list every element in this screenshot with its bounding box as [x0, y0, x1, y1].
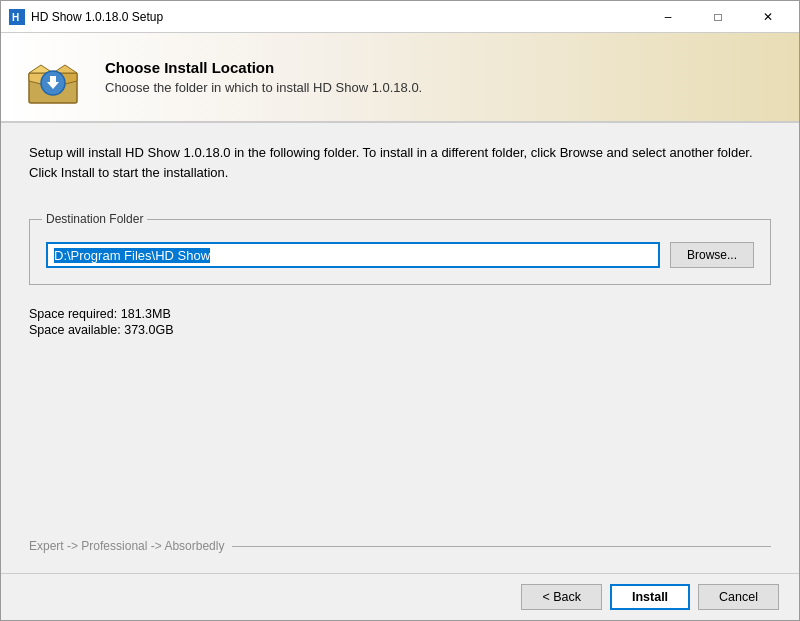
- space-available: Space available: 373.0GB: [29, 323, 771, 337]
- description-text: Setup will install HD Show 1.0.18.0 in t…: [29, 143, 771, 182]
- wizard-steps-line: [232, 546, 771, 547]
- folder-path-input[interactable]: [46, 242, 660, 268]
- space-info: Space required: 181.3MB Space available:…: [29, 307, 771, 337]
- close-button[interactable]: ✕: [745, 3, 791, 31]
- fieldset-legend: Destination Folder: [42, 212, 147, 226]
- space-required: Space required: 181.3MB: [29, 307, 771, 321]
- header-banner: Choose Install Location Choose the folde…: [1, 33, 799, 123]
- install-button[interactable]: Install: [610, 584, 690, 610]
- window-title: HD Show 1.0.18.0 Setup: [31, 10, 645, 24]
- svg-text:H: H: [12, 12, 19, 23]
- browse-button[interactable]: Browse...: [670, 242, 754, 268]
- wizard-steps-text: Expert -> Professional -> Absorbedly: [29, 539, 224, 553]
- install-icon: [21, 45, 85, 109]
- wizard-steps: Expert -> Professional -> Absorbedly: [29, 529, 771, 553]
- header-text: Choose Install Location Choose the folde…: [105, 59, 422, 95]
- maximize-button[interactable]: □: [695, 3, 741, 31]
- content-area: Setup will install HD Show 1.0.18.0 in t…: [1, 123, 799, 573]
- minimize-button[interactable]: –: [645, 3, 691, 31]
- title-bar: H HD Show 1.0.18.0 Setup – □ ✕: [1, 1, 799, 33]
- header-subtitle: Choose the folder in which to install HD…: [105, 80, 422, 95]
- app-icon: H: [9, 9, 25, 25]
- destination-folder-group: Destination Folder Browse...: [29, 212, 771, 285]
- cancel-button[interactable]: Cancel: [698, 584, 779, 610]
- setup-window: H HD Show 1.0.18.0 Setup – □ ✕: [0, 0, 800, 621]
- back-button[interactable]: < Back: [521, 584, 602, 610]
- window-controls: – □ ✕: [645, 3, 791, 31]
- header-title: Choose Install Location: [105, 59, 422, 76]
- folder-row: Browse...: [46, 242, 754, 268]
- bottom-bar: < Back Install Cancel: [1, 573, 799, 620]
